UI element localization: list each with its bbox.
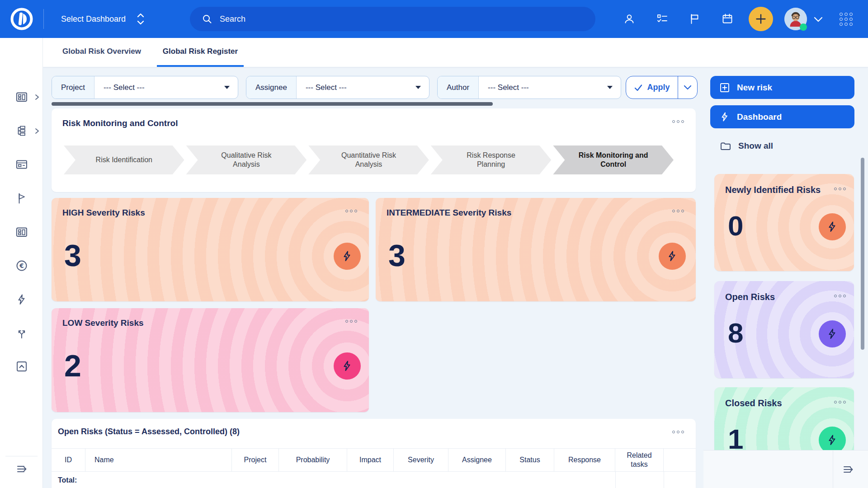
online-status-dot [800,23,807,31]
plus-icon [755,13,767,25]
bolt-icon[interactable] [15,293,28,306]
flag-icon[interactable] [689,13,701,25]
tab-global-risk-register[interactable]: Global Risk Register [157,38,244,67]
card-title: HIGH Severity Risks [62,208,145,218]
open-risks-count: 8 [728,319,743,347]
risk-dashboard-screen: Select Dashboard [0,0,868,488]
col-id[interactable]: ID [52,449,85,471]
intermediate-severity-card: INTERMEDIATE Severity Risks 3 [376,198,696,301]
expand-sidebar-icon[interactable] [15,463,28,475]
select-value: --- Select --- [488,83,529,92]
kebab-menu-icon[interactable] [834,188,846,190]
search-icon [202,14,212,24]
filter-label: Author [438,76,479,99]
assignee-select[interactable]: --- Select --- [297,76,429,99]
apply-button[interactable]: Apply [626,76,698,99]
expand-panel-icon[interactable] [842,463,854,476]
chevron-down-icon [684,85,692,90]
show-all-link[interactable]: Show all [720,140,773,152]
chevron-right-icon[interactable] [34,94,40,100]
table-total-row: Total: [52,472,696,488]
add-button[interactable] [749,7,773,31]
col-project[interactable]: Project [232,449,279,471]
card-title: Closed Risks [725,398,782,408]
button-label: Dashboard [737,112,782,122]
link-label: Show all [738,141,773,151]
low-severity-count: 2 [64,350,81,381]
step-risk-monitoring-and-control[interactable]: Risk Monitoring and Control [553,145,674,174]
col-response[interactable]: Response [554,449,615,471]
kebab-menu-icon[interactable] [672,120,684,123]
step-quantitative-risk-analysis[interactable]: Quantitative Risk Analysis [308,145,429,174]
col-assignee[interactable]: Assignee [448,449,506,471]
calendar-icon[interactable] [722,13,733,25]
intermediate-severity-count: 3 [388,240,406,271]
footer-divider [833,450,833,488]
filter-author: Author --- Select --- [437,76,621,99]
split-icon[interactable] [15,327,28,340]
bolt-badge-icon [334,352,361,380]
col-status[interactable]: Status [506,449,554,471]
col-severity[interactable]: Severity [394,449,448,471]
step-risk-response-planning[interactable]: Risk Response Planning [431,145,552,174]
apply-dropdown[interactable] [678,76,697,99]
tab-global-risk-overview[interactable]: Global Risk Overview [57,38,147,67]
caret-down-icon [224,86,230,89]
author-select[interactable]: --- Select --- [479,76,621,99]
vertical-scrollbar[interactable] [861,158,864,350]
app-logo-icon[interactable] [10,7,33,31]
filter-project: Project --- Select --- [52,76,238,99]
table-header-row: ID Name Project Probability Impact Sever… [52,448,696,472]
horizontal-scrollbar[interactable] [52,102,493,106]
kebab-menu-icon[interactable] [834,295,846,297]
new-risk-button[interactable]: New risk [710,76,854,99]
user-icon[interactable] [623,13,635,25]
apply-label: Apply [647,83,670,92]
caret-down-icon [607,86,613,89]
bolt-icon [719,112,730,122]
select-value: --- Select --- [104,83,145,92]
card-title: Risk Monitoring and Control [62,118,178,128]
col-probability[interactable]: Probability [279,449,347,471]
apps-grid-icon[interactable] [840,13,853,26]
user-avatar[interactable] [784,8,807,30]
risk-process-card: Risk Monitoring and Control Risk Identif… [52,108,696,192]
step-risk-identification[interactable]: Risk Identification [64,145,184,174]
step-qualitative-risk-analysis[interactable]: Qualitative Risk Analysis [186,145,307,174]
dashboard-button[interactable]: Dashboard [710,105,854,128]
col-impact[interactable]: Impact [347,449,394,471]
board-icon[interactable] [15,91,28,103]
euro-icon[interactable]: € [15,259,28,272]
pennant-icon[interactable] [15,192,28,205]
high-severity-count: 3 [64,240,81,271]
table-divider [615,472,616,488]
tree-icon[interactable] [15,125,28,137]
kebab-menu-icon[interactable] [834,401,846,404]
folder-icon [720,140,731,152]
kebab-menu-icon[interactable] [672,210,684,212]
open-risks-card: Open Risks 8 [714,281,854,378]
topbar-divider [43,9,44,29]
button-label: New risk [737,83,772,93]
tasks-icon[interactable] [656,13,668,25]
box-chevron-up-icon[interactable] [15,360,28,373]
card-title: Newly Identified Risks [725,185,821,195]
chevron-down-icon[interactable] [814,17,823,22]
search-bar[interactable] [190,7,595,31]
search-input[interactable] [220,14,584,24]
filter-assignee: Assignee --- Select --- [246,76,429,99]
window-icon[interactable] [15,158,28,171]
project-select[interactable]: --- Select --- [94,76,238,99]
kebab-menu-icon[interactable] [672,431,684,433]
dashboard-selector[interactable]: Select Dashboard [61,0,145,38]
kebab-menu-icon[interactable] [345,210,357,212]
chevron-right-icon[interactable] [34,128,40,134]
topbar: Select Dashboard [0,0,868,38]
filter-label: Assignee [246,76,297,99]
kebab-menu-icon[interactable] [345,320,357,323]
bolt-badge-icon [819,213,846,240]
board-icon[interactable] [15,226,28,239]
col-related-tasks[interactable]: Related tasks [615,449,664,471]
col-name[interactable]: Name [85,449,232,471]
newly-identified-risks-card: Newly Identified Risks 0 [714,174,854,271]
